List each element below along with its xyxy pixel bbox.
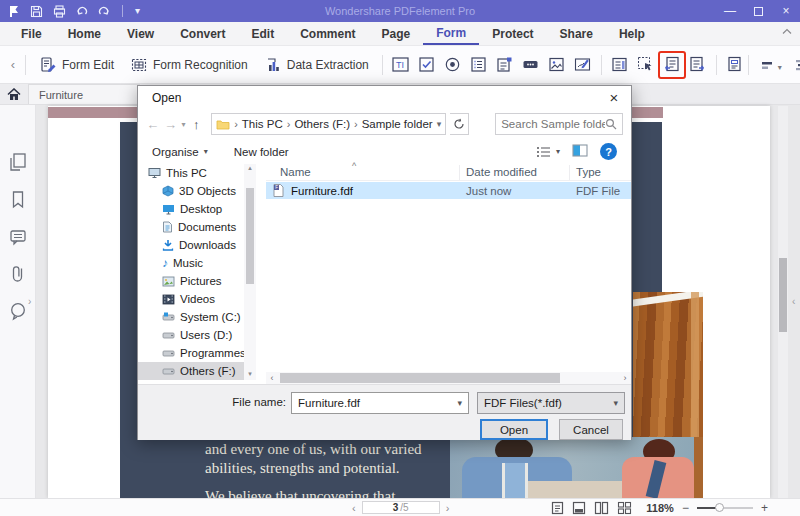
toolbar-scroll-left-icon[interactable]: ‹ xyxy=(6,57,20,72)
minimize-button[interactable]: — xyxy=(716,0,744,22)
import-form-data-button[interactable] xyxy=(659,52,685,78)
menu-view[interactable]: View xyxy=(114,22,167,45)
two-page-view-icon[interactable] xyxy=(594,501,609,515)
push-button-field-button[interactable] xyxy=(518,52,544,78)
new-folder-button[interactable]: New folder xyxy=(234,146,289,158)
page-thumbnails-icon[interactable] xyxy=(8,151,28,173)
form-edit-button[interactable]: Form Edit xyxy=(31,56,122,74)
address-bar[interactable]: › This PC › Others (F:) › Sample folder … xyxy=(211,113,446,135)
distribute-fields-button[interactable]: ▾ xyxy=(788,58,800,72)
tree-item-this-pc[interactable]: This PC xyxy=(138,164,244,182)
zoom-slider[interactable] xyxy=(697,503,753,513)
breadcrumb-drive[interactable]: Others (F:) xyxy=(294,118,350,130)
annotations-icon[interactable] xyxy=(8,227,28,247)
image-field-button[interactable] xyxy=(544,52,570,78)
nav-forward-button[interactable]: → xyxy=(164,117,178,132)
data-extraction-button[interactable]: Data Extraction xyxy=(256,56,377,74)
tree-item-downloads[interactable]: Downloads xyxy=(138,236,244,254)
redo-icon[interactable] xyxy=(98,5,110,17)
comments-icon[interactable] xyxy=(8,301,28,321)
search-input[interactable] xyxy=(501,118,605,130)
tree-item-videos[interactable]: Videos xyxy=(138,290,244,308)
zoom-in-button[interactable]: + xyxy=(761,501,768,515)
undo-icon[interactable] xyxy=(76,5,88,17)
breadcrumb-folder[interactable]: Sample folder xyxy=(362,118,433,130)
preview-pane-button[interactable] xyxy=(572,144,588,160)
checkbox-field-button[interactable] xyxy=(414,52,440,78)
select-fields-button[interactable] xyxy=(633,52,659,78)
view-options-button[interactable]: ▾ xyxy=(536,146,560,158)
continuous-view-icon[interactable] xyxy=(572,501,586,515)
save-icon[interactable] xyxy=(30,5,43,18)
page-number-box[interactable]: 3 /5 xyxy=(362,501,440,514)
digital-signature-button[interactable] xyxy=(570,52,596,78)
address-dropdown-icon[interactable]: ▾ xyxy=(437,119,442,129)
tree-item-documents[interactable]: Documents xyxy=(138,218,244,236)
zoom-out-button[interactable]: − xyxy=(682,501,689,515)
organise-button[interactable]: Organise ▾ xyxy=(152,146,208,158)
document-scrollbar-thumb[interactable] xyxy=(779,258,787,332)
menu-help[interactable]: Help xyxy=(606,22,658,45)
next-page-button[interactable]: › xyxy=(440,502,456,514)
search-box[interactable] xyxy=(495,113,623,135)
prev-page-button[interactable]: ‹ xyxy=(346,502,362,514)
tree-scroll-down-icon[interactable]: ▾ xyxy=(248,370,252,380)
file-type-select[interactable]: FDF Files(*.fdf) ▾ xyxy=(477,392,625,414)
tab-furniture[interactable]: Furniture xyxy=(28,84,140,104)
print-icon[interactable] xyxy=(53,5,66,18)
open-button[interactable]: Open xyxy=(480,419,548,440)
refresh-button[interactable] xyxy=(450,113,469,135)
cancel-button[interactable]: Cancel xyxy=(559,419,623,440)
dialog-close-button[interactable]: × xyxy=(603,88,625,107)
menu-edit[interactable]: Edit xyxy=(239,22,288,45)
menu-share[interactable]: Share xyxy=(547,22,606,45)
tree-scrollbar[interactable]: ▴ ▾ xyxy=(244,164,256,380)
help-button[interactable]: ? xyxy=(600,143,617,160)
tree-item-music[interactable]: ♪ Music xyxy=(138,254,244,272)
maximize-button[interactable] xyxy=(744,0,772,22)
document-scrollbar[interactable] xyxy=(778,106,788,498)
menu-page[interactable]: Page xyxy=(369,22,424,45)
nav-back-button[interactable]: ← xyxy=(146,117,160,132)
menu-file[interactable]: File xyxy=(8,22,55,45)
list-horizontal-scrollbar[interactable]: ‹ › xyxy=(266,372,631,384)
breadcrumb-this-pc[interactable]: This PC xyxy=(242,118,283,130)
close-button[interactable]: × xyxy=(772,0,800,22)
quick-access-caret-icon[interactable]: ▾ xyxy=(135,6,140,16)
form-properties-button[interactable] xyxy=(607,52,633,78)
tree-item-system-c[interactable]: System (C:) xyxy=(138,308,244,326)
form-recognition-button[interactable]: Form Recognition xyxy=(122,56,256,74)
list-box-field-button[interactable] xyxy=(466,52,492,78)
menu-comment[interactable]: Comment xyxy=(287,22,368,45)
menu-form[interactable]: Form xyxy=(423,22,479,45)
combo-box-field-button[interactable] xyxy=(492,52,518,78)
nav-history-caret-icon[interactable]: ▾ xyxy=(181,120,185,129)
right-panel-expander[interactable]: ‹ xyxy=(792,296,795,307)
scroll-right-icon[interactable]: › xyxy=(619,373,631,383)
single-page-view-icon[interactable] xyxy=(551,501,564,515)
text-field-button[interactable]: TI xyxy=(388,52,414,78)
tree-item-others-f[interactable]: Others (F:) xyxy=(138,362,244,380)
radio-field-button[interactable] xyxy=(440,52,466,78)
left-panel-expander[interactable]: › xyxy=(28,296,31,307)
scroll-left-icon[interactable]: ‹ xyxy=(266,373,278,383)
bookmarks-icon[interactable] xyxy=(9,189,27,211)
file-name-combobox[interactable]: Furniture.fdf ▾ xyxy=(291,392,469,414)
tree-item-3d-objects[interactable]: 3D Objects xyxy=(138,182,244,200)
list-scrollbar-thumb[interactable] xyxy=(280,373,560,383)
column-header-date[interactable]: Date modified xyxy=(466,166,537,178)
collapse-ribbon-icon[interactable] xyxy=(782,28,792,35)
menu-protect[interactable]: Protect xyxy=(479,22,546,45)
quad-page-view-icon[interactable] xyxy=(617,501,632,515)
home-tab-button[interactable] xyxy=(0,84,28,104)
column-header-name[interactable]: Name xyxy=(280,166,311,178)
menu-home[interactable]: Home xyxy=(55,22,114,45)
tree-scrollbar-thumb[interactable] xyxy=(246,188,254,284)
tree-item-desktop[interactable]: Desktop xyxy=(138,200,244,218)
dialog-title-bar[interactable]: Open × xyxy=(138,86,631,110)
nav-up-button[interactable]: ↑ xyxy=(189,117,203,132)
menu-convert[interactable]: Convert xyxy=(167,22,238,45)
clear-form-button[interactable] xyxy=(722,52,748,78)
export-form-data-button[interactable] xyxy=(685,52,711,78)
column-header-type[interactable]: Type xyxy=(576,166,601,178)
